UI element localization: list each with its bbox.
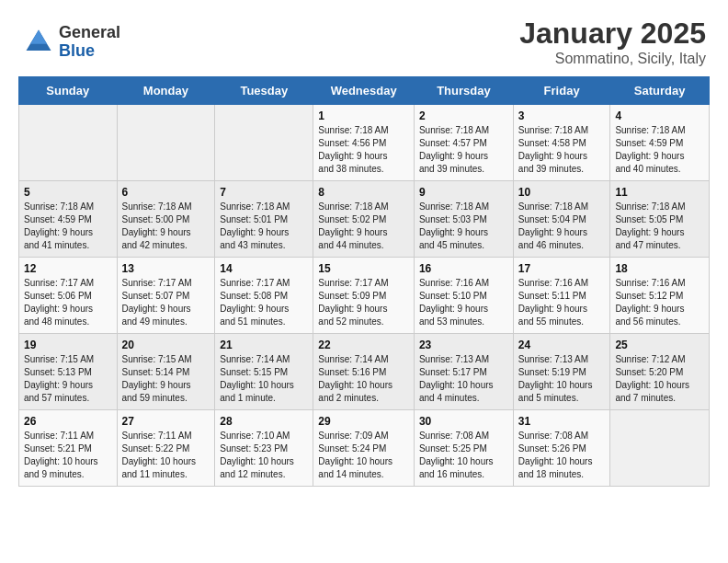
day-info: Sunrise: 7:18 AM Sunset: 5:01 PM Dayligh… bbox=[220, 201, 308, 252]
day-of-week-header: Friday bbox=[513, 77, 610, 105]
calendar-cell bbox=[610, 410, 710, 487]
day-info: Sunrise: 7:18 AM Sunset: 4:59 PM Dayligh… bbox=[24, 201, 112, 252]
day-info: Sunrise: 7:17 AM Sunset: 5:06 PM Dayligh… bbox=[24, 277, 112, 328]
day-of-week-header: Monday bbox=[117, 77, 215, 105]
day-info: Sunrise: 7:11 AM Sunset: 5:21 PM Dayligh… bbox=[24, 430, 112, 481]
day-info: Sunrise: 7:14 AM Sunset: 5:15 PM Dayligh… bbox=[220, 353, 308, 405]
month-title: January 2025 bbox=[519, 17, 706, 51]
calendar-cell bbox=[215, 105, 313, 181]
day-info: Sunrise: 7:18 AM Sunset: 4:58 PM Dayligh… bbox=[518, 124, 606, 176]
title-area: January 2025 Sommatino, Sicily, Italy bbox=[519, 17, 706, 67]
calendar-cell: 25Sunrise: 7:12 AM Sunset: 5:20 PM Dayli… bbox=[610, 334, 710, 410]
calendar-cell: 4Sunrise: 7:18 AM Sunset: 4:59 PM Daylig… bbox=[610, 105, 710, 181]
calendar-cell: 15Sunrise: 7:17 AM Sunset: 5:09 PM Dayli… bbox=[313, 258, 415, 334]
logo-icon bbox=[22, 26, 55, 59]
calendar-cell: 24Sunrise: 7:13 AM Sunset: 5:19 PM Dayli… bbox=[513, 334, 610, 410]
day-number: 5 bbox=[24, 186, 112, 199]
day-number: 27 bbox=[122, 415, 210, 428]
calendar-week-row: 26Sunrise: 7:11 AM Sunset: 5:21 PM Dayli… bbox=[19, 410, 710, 487]
day-info: Sunrise: 7:15 AM Sunset: 5:14 PM Dayligh… bbox=[122, 353, 210, 405]
day-of-week-header: Tuesday bbox=[215, 77, 313, 105]
day-info: Sunrise: 7:16 AM Sunset: 5:10 PM Dayligh… bbox=[419, 277, 508, 328]
calendar-cell: 19Sunrise: 7:15 AM Sunset: 5:13 PM Dayli… bbox=[19, 334, 118, 410]
calendar-cell: 22Sunrise: 7:14 AM Sunset: 5:16 PM Dayli… bbox=[313, 334, 415, 410]
calendar-cell: 21Sunrise: 7:14 AM Sunset: 5:15 PM Dayli… bbox=[215, 334, 313, 410]
day-number: 19 bbox=[24, 339, 112, 351]
calendar-cell: 6Sunrise: 7:18 AM Sunset: 5:00 PM Daylig… bbox=[117, 181, 215, 258]
day-of-week-header: Thursday bbox=[414, 77, 513, 105]
day-info: Sunrise: 7:09 AM Sunset: 5:24 PM Dayligh… bbox=[318, 430, 409, 481]
day-number: 22 bbox=[318, 339, 409, 351]
calendar-cell: 23Sunrise: 7:13 AM Sunset: 5:17 PM Dayli… bbox=[414, 334, 513, 410]
calendar-week-row: 5Sunrise: 7:18 AM Sunset: 4:59 PM Daylig… bbox=[19, 181, 710, 258]
calendar-cell bbox=[19, 105, 118, 181]
day-info: Sunrise: 7:12 AM Sunset: 5:20 PM Dayligh… bbox=[615, 353, 704, 405]
day-number: 26 bbox=[24, 415, 112, 428]
day-number: 2 bbox=[419, 109, 508, 122]
day-of-week-header: Sunday bbox=[19, 77, 118, 105]
day-info: Sunrise: 7:16 AM Sunset: 5:11 PM Dayligh… bbox=[518, 277, 606, 328]
day-number: 13 bbox=[122, 262, 210, 275]
day-info: Sunrise: 7:18 AM Sunset: 4:57 PM Dayligh… bbox=[419, 124, 508, 176]
day-number: 12 bbox=[24, 262, 112, 275]
logo-blue: Blue bbox=[59, 42, 120, 61]
day-info: Sunrise: 7:18 AM Sunset: 5:02 PM Dayligh… bbox=[318, 201, 409, 252]
location: Sommatino, Sicily, Italy bbox=[519, 51, 706, 67]
day-info: Sunrise: 7:18 AM Sunset: 4:59 PM Dayligh… bbox=[615, 124, 704, 176]
day-number: 11 bbox=[615, 186, 704, 199]
day-number: 15 bbox=[318, 262, 409, 275]
day-number: 20 bbox=[122, 339, 210, 351]
page-header: General Blue January 2025 Sommatino, Sic… bbox=[0, 0, 728, 76]
calendar-week-row: 12Sunrise: 7:17 AM Sunset: 5:06 PM Dayli… bbox=[19, 258, 710, 334]
day-number: 30 bbox=[419, 415, 508, 428]
day-info: Sunrise: 7:14 AM Sunset: 5:16 PM Dayligh… bbox=[318, 353, 409, 405]
day-number: 17 bbox=[518, 262, 606, 275]
day-info: Sunrise: 7:16 AM Sunset: 5:12 PM Dayligh… bbox=[615, 277, 704, 328]
logo-text: General Blue bbox=[59, 24, 120, 61]
day-info: Sunrise: 7:18 AM Sunset: 4:56 PM Dayligh… bbox=[318, 124, 409, 176]
calendar-cell: 13Sunrise: 7:17 AM Sunset: 5:07 PM Dayli… bbox=[117, 258, 215, 334]
svg-marker-1 bbox=[30, 29, 47, 43]
day-number: 8 bbox=[318, 186, 409, 199]
calendar-cell: 12Sunrise: 7:17 AM Sunset: 5:06 PM Dayli… bbox=[19, 258, 118, 334]
day-info: Sunrise: 7:11 AM Sunset: 5:22 PM Dayligh… bbox=[122, 430, 210, 481]
day-info: Sunrise: 7:08 AM Sunset: 5:25 PM Dayligh… bbox=[419, 430, 508, 481]
day-info: Sunrise: 7:08 AM Sunset: 5:26 PM Dayligh… bbox=[518, 430, 606, 481]
day-info: Sunrise: 7:10 AM Sunset: 5:23 PM Dayligh… bbox=[220, 430, 308, 481]
calendar-cell: 18Sunrise: 7:16 AM Sunset: 5:12 PM Dayli… bbox=[610, 258, 710, 334]
logo: General Blue bbox=[22, 24, 120, 61]
day-number: 7 bbox=[220, 186, 308, 199]
calendar-table: SundayMondayTuesdayWednesdayThursdayFrid… bbox=[18, 76, 710, 487]
day-number: 21 bbox=[220, 339, 308, 351]
calendar-cell: 8Sunrise: 7:18 AM Sunset: 5:02 PM Daylig… bbox=[313, 181, 415, 258]
calendar-cell: 17Sunrise: 7:16 AM Sunset: 5:11 PM Dayli… bbox=[513, 258, 610, 334]
calendar-cell: 2Sunrise: 7:18 AM Sunset: 4:57 PM Daylig… bbox=[414, 105, 513, 181]
day-number: 4 bbox=[615, 109, 704, 122]
day-info: Sunrise: 7:18 AM Sunset: 5:03 PM Dayligh… bbox=[419, 201, 508, 252]
day-info: Sunrise: 7:17 AM Sunset: 5:08 PM Dayligh… bbox=[220, 277, 308, 328]
day-number: 3 bbox=[518, 109, 606, 122]
day-number: 29 bbox=[318, 415, 409, 428]
calendar-cell: 3Sunrise: 7:18 AM Sunset: 4:58 PM Daylig… bbox=[513, 105, 610, 181]
calendar-cell: 5Sunrise: 7:18 AM Sunset: 4:59 PM Daylig… bbox=[19, 181, 118, 258]
day-info: Sunrise: 7:18 AM Sunset: 5:05 PM Dayligh… bbox=[615, 201, 704, 252]
day-number: 14 bbox=[220, 262, 308, 275]
calendar-header-row: SundayMondayTuesdayWednesdayThursdayFrid… bbox=[19, 77, 710, 105]
day-info: Sunrise: 7:18 AM Sunset: 5:04 PM Dayligh… bbox=[518, 201, 606, 252]
calendar-cell: 9Sunrise: 7:18 AM Sunset: 5:03 PM Daylig… bbox=[414, 181, 513, 258]
day-number: 9 bbox=[419, 186, 508, 199]
day-info: Sunrise: 7:13 AM Sunset: 5:17 PM Dayligh… bbox=[419, 353, 508, 405]
calendar-wrapper: SundayMondayTuesdayWednesdayThursdayFrid… bbox=[0, 76, 728, 496]
day-info: Sunrise: 7:13 AM Sunset: 5:19 PM Dayligh… bbox=[518, 353, 606, 405]
day-number: 10 bbox=[518, 186, 606, 199]
day-info: Sunrise: 7:15 AM Sunset: 5:13 PM Dayligh… bbox=[24, 353, 112, 405]
calendar-cell: 7Sunrise: 7:18 AM Sunset: 5:01 PM Daylig… bbox=[215, 181, 313, 258]
calendar-cell: 27Sunrise: 7:11 AM Sunset: 5:22 PM Dayli… bbox=[117, 410, 215, 487]
calendar-cell: 29Sunrise: 7:09 AM Sunset: 5:24 PM Dayli… bbox=[313, 410, 415, 487]
calendar-cell: 14Sunrise: 7:17 AM Sunset: 5:08 PM Dayli… bbox=[215, 258, 313, 334]
calendar-cell: 10Sunrise: 7:18 AM Sunset: 5:04 PM Dayli… bbox=[513, 181, 610, 258]
day-info: Sunrise: 7:17 AM Sunset: 5:09 PM Dayligh… bbox=[318, 277, 409, 328]
calendar-cell: 26Sunrise: 7:11 AM Sunset: 5:21 PM Dayli… bbox=[19, 410, 118, 487]
calendar-cell: 16Sunrise: 7:16 AM Sunset: 5:10 PM Dayli… bbox=[414, 258, 513, 334]
day-number: 25 bbox=[615, 339, 704, 351]
